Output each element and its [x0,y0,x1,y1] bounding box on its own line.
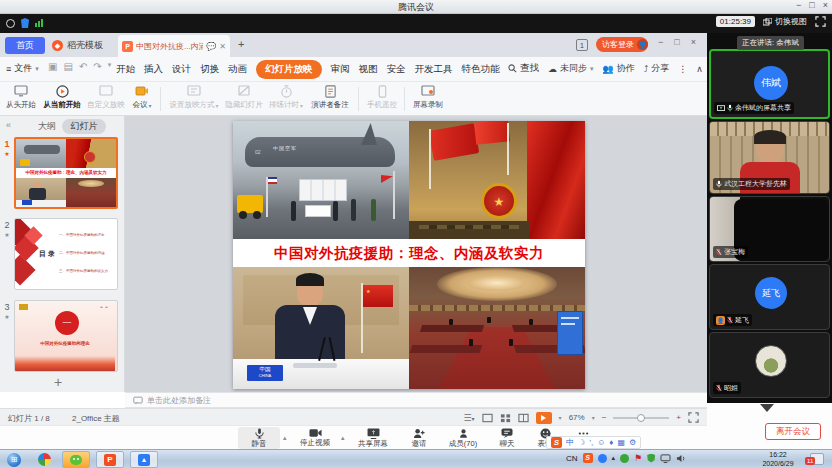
window-maximize-button[interactable]: □ [809,0,814,10]
thumb-3-transition-icon[interactable]: ★ [1,313,13,320]
zoom-level[interactable]: 67% [569,413,585,422]
save-icon[interactable]: ▣ [48,61,57,72]
ime-toolbox-icon[interactable]: ⚙ [629,438,636,447]
view-normal-icon[interactable] [482,413,493,423]
tray-lang-indicator[interactable]: CN [566,454,578,463]
redo-icon[interactable]: ↷ [93,61,101,72]
ime-emoji-icon[interactable]: ☺ [597,438,605,447]
tray-green-icon[interactable] [620,454,629,463]
tool-from-current[interactable]: 从当前开始 [40,84,84,110]
tool-screen-record[interactable]: 屏幕录制 [410,84,446,110]
members-button[interactable]: 成员(70) [440,427,486,449]
meeting-info-icon[interactable] [6,19,15,28]
tab-close-icon[interactable]: ✕ [219,42,226,51]
participant-tile-avatar[interactable]: 延飞 👤 延飞 [709,264,830,330]
tray-flag-icon[interactable]: ⚑ [634,453,642,463]
ribbon-tab-security[interactable]: 安全 [387,63,406,76]
slide-title[interactable]: 中国对外抗疫援助：理念、内涵及软实力 [233,239,585,267]
taskbar-wps-app[interactable]: P [96,451,124,468]
tray-network-icon[interactable] [660,454,671,463]
wps-close-button[interactable]: × [691,37,696,47]
ribbon-tab-view[interactable]: 视图 [359,63,378,76]
print-icon[interactable]: ▤ [63,61,72,72]
taskbar-pinwheel-app[interactable] [30,451,58,468]
tray-volume-icon[interactable] [676,454,686,463]
slide-thumbnail-3[interactable]: ⌃⌃ 一 中国对外抗疫援助的理念 [14,300,118,372]
quickbar-more-icon[interactable]: ▾ [108,61,112,72]
sync-status-button[interactable]: ☁未同步▾ [548,62,594,75]
zoom-dropdown-icon[interactable]: ▾ [592,414,595,421]
zoom-slider-knob[interactable] [637,414,645,422]
tool-meeting[interactable]: 会议▾ [128,84,156,110]
taskbar-wechat-app[interactable] [62,451,90,468]
ime-moon-icon[interactable]: ☽ [578,438,585,447]
ime-punct-icon[interactable]: ’, [589,438,593,447]
thumb-1-transition-icon[interactable]: ★ [1,150,13,157]
file-menu[interactable]: ≡ 文件▾ [6,62,39,75]
tab-home[interactable]: 首页 [5,37,45,54]
ribbon-tab-slideshow-active[interactable]: 幻灯片放映 [256,60,322,79]
wps-restore-button[interactable]: □ [674,37,679,47]
tool-from-beginning[interactable]: 从头开始 [4,84,38,110]
thumb-2-transition-icon[interactable]: ★ [1,231,13,238]
ribbon-tab-design[interactable]: 设计 [172,63,191,76]
zoom-out-button[interactable]: − [602,413,607,422]
notes-toggle-icon[interactable]: ☰▾ [464,413,475,423]
ime-mic-icon[interactable]: ♦ [609,438,613,447]
tool-rehearse[interactable]: 排练计时▾ [266,84,306,110]
participant-tile-avatar-photo[interactable]: 昭姐 [709,332,830,398]
tool-hide-slide[interactable]: 隐藏幻灯片 [224,84,264,110]
tab-comment-icon[interactable]: 💬 [206,42,216,51]
theme-name[interactable]: 2_Office 主题 [72,413,120,424]
mic-options-icon[interactable]: ▴ [283,434,287,442]
zoom-in-button[interactable]: + [676,413,681,422]
ribbon-tab-start[interactable]: 开始 [116,63,135,76]
fit-screen-icon[interactable] [688,412,699,423]
panel-tab-slides[interactable]: 幻灯片 [62,119,106,134]
share-button[interactable]: ⤴分享 [644,62,670,75]
tray-expand-icon[interactable]: ▴ [612,454,616,462]
participant-tile-sharer[interactable]: 伟斌 余伟斌的屏幕共享 [709,49,830,119]
tool-custom-show[interactable]: 自定义放映 [86,84,126,110]
ribbon-tab-review[interactable]: 审阅 [331,63,350,76]
slide-thumbnail-1[interactable]: 中国对外抗疫援助：理念、内涵及软实力 [14,137,118,209]
start-button[interactable]: ⊞ [3,451,25,468]
ime-lang-mode[interactable]: 中 [566,437,574,448]
undo-icon[interactable]: ↶ [79,61,87,72]
notes-bar[interactable]: 单击此处添加备注 [125,392,707,408]
more-participants-icon[interactable] [760,404,774,412]
guest-login-button[interactable]: 访客登录 👤 [596,37,648,52]
taskbar-clock[interactable]: 16:22 2020/6/29 [752,451,804,468]
ribbon-tab-transition[interactable]: 切换 [200,63,219,76]
add-slide-button[interactable]: + [54,374,62,390]
current-slide[interactable]: 中国空军 02 [233,121,585,389]
tray-blue-icon[interactable] [598,454,607,463]
window-minimize-button[interactable]: − [796,0,801,10]
slideshow-play-button[interactable] [536,412,552,424]
tool-speaker-notes[interactable]: 演讲者备注 [308,84,352,110]
collaborate-button[interactable]: 👥协作 [603,62,635,75]
fullscreen-icon[interactable] [815,16,826,27]
wps-minimize-button[interactable]: − [658,37,663,47]
ribbon-tab-animation[interactable]: 动画 [228,63,247,76]
invite-button[interactable]: 邀请 [402,427,436,449]
collapse-ribbon-icon[interactable]: ∧ [696,64,703,74]
tab-document-active[interactable]: P 中国对外抗疫...内涵及软实力 💬 ✕ [118,35,230,57]
zoom-slider[interactable] [613,417,669,419]
mute-button[interactable]: 静音 [238,427,280,449]
tool-phone-remote[interactable]: 手机遥控 [364,84,400,110]
taskbar-meeting-app[interactable]: ▲ [130,451,158,468]
security-shield-icon[interactable] [21,18,29,28]
participant-tile-video[interactable]: 武汉工程大学舒先林 [709,121,830,194]
tool-setup-show[interactable]: 设置放映方式▾ [166,84,222,110]
notification-tray-icon[interactable]: 11 [810,453,824,465]
ime-toolbar[interactable]: S 中 ☽ ’, ☺ ♦ ▦ ⚙ [546,436,641,449]
collapse-panel-icon[interactable]: « [6,120,11,130]
view-sorter-icon[interactable] [500,413,511,423]
stop-video-button[interactable]: 停止视频 [292,427,338,448]
chat-button[interactable]: 聊天 [490,427,524,449]
ribbon-tab-special[interactable]: 特色功能 [462,63,500,76]
ribbon-tab-insert[interactable]: 插入 [144,63,163,76]
video-options-icon[interactable]: ▴ [341,434,345,442]
new-tab-button[interactable]: + [238,38,244,50]
